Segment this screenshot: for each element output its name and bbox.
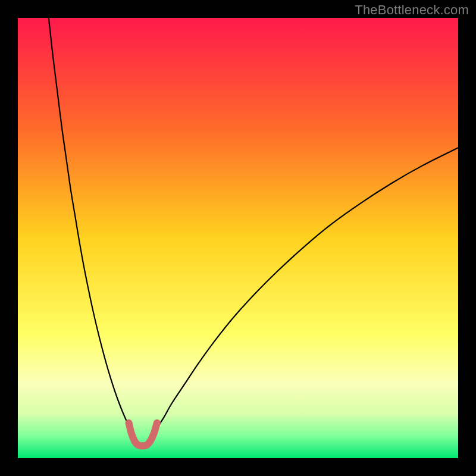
chart-frame: TheBottleneck.com [0,0,476,476]
plot-area [18,18,458,458]
watermark-text: TheBottleneck.com [355,2,469,18]
chart-svg [18,18,458,458]
chart-background [18,18,458,458]
